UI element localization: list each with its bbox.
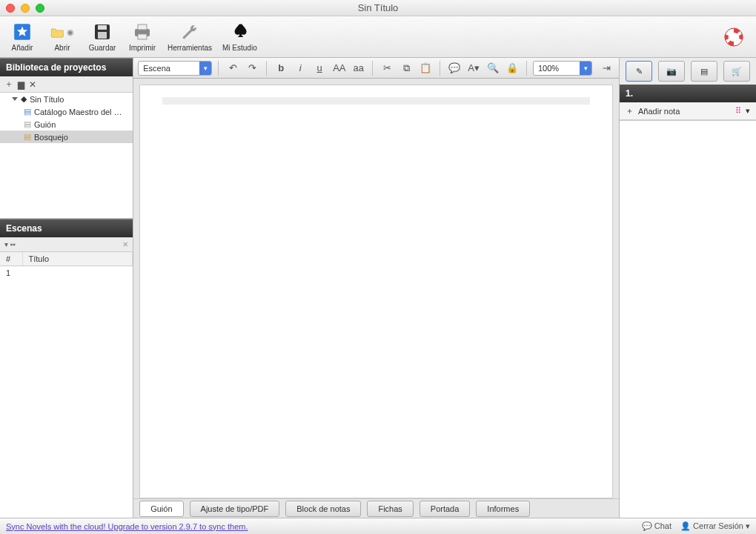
cut-button[interactable]: ✂	[379, 61, 395, 76]
svg-rect-2	[98, 25, 107, 30]
underline-button[interactable]: u	[311, 61, 328, 76]
open-label: Abrir	[54, 44, 70, 52]
uppercase-button[interactable]: AA	[331, 61, 348, 76]
editor-area: Escena ▾ ↶ ↷ b i u AA aa ✂ ⧉ 📋 💬 A▾ 🔍 🔒	[133, 58, 619, 518]
scene-title	[22, 266, 133, 280]
main-toolbar: Añadir ◉ Abrir Guardar Imprimir Herramie…	[0, 16, 756, 58]
titlebar: Sin Título	[0, 0, 756, 16]
undo-icon: ↶	[229, 62, 237, 73]
print-button[interactable]: Imprimir	[127, 22, 157, 52]
undo-button[interactable]: ↶	[225, 61, 241, 76]
save-label: Guardar	[89, 44, 116, 52]
paste-button[interactable]: 📋	[417, 61, 434, 76]
right-panel-tools: ✎ 📷 ▤ 🛒	[620, 58, 756, 85]
svg-rect-5	[138, 24, 147, 30]
chevron-down-icon	[12, 97, 18, 101]
copy-icon: ⧉	[403, 62, 410, 74]
scene-num: 1	[0, 266, 22, 280]
svg-rect-3	[98, 32, 107, 39]
diamond-icon: ◆	[21, 94, 27, 104]
project-tree[interactable]: ◆ Sin Título ▤ Catálogo Maestro del … ▤ …	[0, 93, 133, 219]
folder-icon: ◉	[50, 22, 74, 42]
page-icon: ▤	[24, 107, 31, 116]
open-button[interactable]: ◉ Abrir	[47, 22, 77, 52]
zoom-dropdown[interactable]: 100% ▾	[533, 61, 592, 76]
font-button[interactable]: A▾	[465, 61, 482, 76]
element-type-dropdown[interactable]: Escena ▾	[138, 61, 212, 76]
scene-row[interactable]: 1	[0, 266, 133, 280]
section-number: 1.	[620, 85, 756, 102]
element-type-label: Escena	[139, 64, 175, 73]
tree-item-outline[interactable]: ▤ Bosquejo	[0, 131, 133, 143]
chat-icon: 💬	[642, 521, 652, 530]
scenes-list[interactable]: # Título 1	[0, 252, 133, 518]
collapse-panel-button[interactable]: ⇥	[598, 61, 614, 76]
scenes-col-title[interactable]: Título	[22, 252, 133, 266]
scenes-panel-title: Escenas	[0, 219, 133, 237]
search-button[interactable]: 🔍	[485, 61, 501, 76]
tab-typeset[interactable]: Ajuste de tipo/PDF	[190, 501, 280, 517]
user-icon: 👤	[680, 521, 691, 530]
tab-cover[interactable]: Portada	[420, 501, 471, 517]
tools-button[interactable]: Herramientas	[168, 22, 212, 52]
tab-cards[interactable]: Fichas	[367, 501, 413, 517]
printer-icon	[130, 22, 154, 42]
italic-button[interactable]: i	[292, 61, 308, 76]
chevron-down-icon[interactable]: ▾	[746, 106, 750, 116]
tree-item-label: Guión	[34, 120, 56, 129]
document-canvas[interactable]	[139, 85, 613, 498]
right-panel: ✎ 📷 ▤ 🛒 1. ＋ Añadir nota ⠿ ▾	[619, 58, 756, 518]
tab-reports[interactable]: Informes	[476, 501, 530, 517]
delete-icon[interactable]: ✕	[29, 79, 36, 90]
list-icon: ▤	[700, 67, 708, 76]
tab-script[interactable]: Guión	[139, 501, 183, 517]
lock-button[interactable]: 🔒	[504, 61, 520, 76]
camera-tool[interactable]: 📷	[658, 61, 685, 82]
chevron-updown-icon: ▾	[580, 62, 591, 75]
comment-button[interactable]: 💬	[446, 61, 462, 76]
cart-icon: 🛒	[732, 67, 742, 76]
add-label: Añadir	[12, 44, 33, 52]
save-button[interactable]: Guardar	[87, 22, 117, 52]
sync-link[interactable]: Sync Novels with the cloud! Upgrade to v…	[6, 522, 248, 531]
tree-item-catalog[interactable]: ▤ Catálogo Maestro del …	[0, 105, 133, 118]
floppy-icon	[90, 22, 114, 42]
scenes-menu-icon[interactable]: ▾ ▪▪	[4, 240, 16, 248]
studio-button[interactable]: Mi Estudio	[222, 22, 257, 52]
chat-button[interactable]: 💬 Chat	[642, 521, 672, 531]
lowercase-button[interactable]: aa	[351, 61, 366, 76]
lifebuoy-icon	[722, 27, 746, 47]
list-tool[interactable]: ▤	[691, 61, 717, 82]
scenes-close-icon[interactable]: ✕	[122, 240, 128, 248]
font-icon: A▾	[468, 62, 480, 73]
add-button[interactable]: Añadir	[7, 22, 37, 52]
tree-root[interactable]: ◆ Sin Título	[0, 93, 133, 105]
tree-root-label: Sin Título	[30, 95, 64, 104]
clipboard-icon: 📋	[420, 62, 431, 73]
grid-icon[interactable]: ⠿	[735, 106, 741, 116]
collapse-icon: ⇥	[603, 62, 611, 73]
add-note-row[interactable]: ＋ Añadir nota ⠿ ▾	[620, 102, 756, 120]
window-title: Sin Título	[0, 2, 756, 13]
bubble-icon: 💬	[448, 62, 460, 73]
cart-tool[interactable]: 🛒	[723, 61, 750, 82]
help-button[interactable]	[719, 27, 749, 47]
format-toolbar: Escena ▾ ↶ ↷ b i u AA aa ✂ ⧉ 📋 💬 A▾ 🔍 🔒	[133, 58, 619, 79]
logout-button[interactable]: 👤 Cerrar Sesión ▾	[680, 521, 750, 531]
bottom-tabs: Guión Ajuste de tipo/PDF Block de notas …	[133, 498, 619, 518]
folder-icon[interactable]: ▆	[18, 79, 24, 90]
copy-button[interactable]: ⧉	[398, 61, 414, 76]
tree-item-label: Catálogo Maestro del …	[34, 108, 122, 116]
statusbar: Sync Novels with the cloud! Upgrade to v…	[0, 518, 756, 534]
bold-button[interactable]: b	[273, 61, 289, 76]
scenes-tools: ▾ ▪▪ ✕	[0, 237, 133, 252]
pen-tool[interactable]: ✎	[626, 61, 652, 82]
search-icon: 🔍	[487, 62, 499, 73]
redo-button[interactable]: ↷	[244, 61, 260, 76]
tree-item-script[interactable]: ▤ Guión	[0, 118, 133, 131]
notes-body[interactable]	[620, 120, 756, 518]
scenes-col-num[interactable]: #	[0, 252, 22, 266]
tab-notes[interactable]: Block de notas	[285, 501, 361, 517]
add-project-icon[interactable]: ＋	[4, 78, 13, 90]
page-icon: ▤	[24, 132, 31, 142]
